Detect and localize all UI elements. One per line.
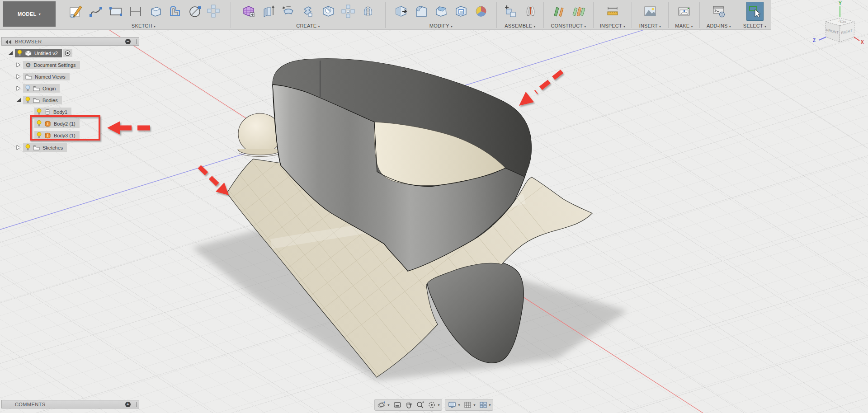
addins-menu[interactable]: ADD-INS ▾ xyxy=(700,23,738,28)
look-at-icon[interactable] xyxy=(393,401,401,409)
toolbar-group-inspect: INSPECT ▾ xyxy=(594,0,632,30)
collapse-panel-icon[interactable] xyxy=(5,40,12,44)
pan-icon[interactable] xyxy=(405,401,413,409)
chevron-down-icon[interactable]: ▼ xyxy=(488,404,491,407)
grid-snaps-icon[interactable]: ▼ xyxy=(464,401,476,409)
browser-panel-title: BROWSER xyxy=(15,39,42,44)
appearance-icon[interactable] xyxy=(472,2,490,21)
fillet-icon[interactable] xyxy=(413,2,430,21)
create-form-icon[interactable] xyxy=(240,2,257,21)
tree-item-body1[interactable]: Body1 xyxy=(34,107,71,117)
navbar-view-tools: ▼ ▼ xyxy=(374,399,442,411)
zoom-icon[interactable] xyxy=(416,401,425,409)
revolve-icon[interactable] xyxy=(280,2,297,21)
new-component-icon[interactable] xyxy=(502,2,519,21)
mirror-icon[interactable] xyxy=(359,2,377,21)
chevron-down-icon: ▾ xyxy=(39,12,41,16)
scripts-addins-icon[interactable] xyxy=(710,2,727,21)
make-menu[interactable]: MAKE ▾ xyxy=(669,23,699,28)
3d-print-icon[interactable] xyxy=(675,2,693,21)
folder-icon xyxy=(33,145,40,150)
tree-label: Bodies xyxy=(42,98,58,103)
chevron-down-icon[interactable]: ▼ xyxy=(437,404,440,407)
toolbar-group-insert: INSERT ▾ xyxy=(632,0,668,30)
expanded-icon[interactable] xyxy=(15,97,21,103)
offset-icon[interactable] xyxy=(167,2,184,21)
sweep-icon[interactable] xyxy=(300,2,317,21)
spline-icon[interactable] xyxy=(87,2,104,21)
add-comment-icon[interactable]: + xyxy=(125,402,131,407)
measure-icon[interactable] xyxy=(604,2,621,21)
select-menu[interactable]: SELECT ▾ xyxy=(738,23,771,28)
extrude-icon[interactable] xyxy=(260,2,277,21)
bulb-icon[interactable] xyxy=(17,50,22,56)
insert-menu[interactable]: INSERT ▾ xyxy=(632,23,668,28)
chamfer-icon[interactable] xyxy=(433,2,450,21)
panel-resize-handle[interactable] xyxy=(135,402,137,407)
tree-item-sketches[interactable]: Sketches xyxy=(15,143,67,152)
bulb-icon[interactable] xyxy=(37,120,42,127)
expanded-icon[interactable] xyxy=(7,50,13,56)
surface-body-icon xyxy=(44,132,51,139)
panel-resize-handle[interactable] xyxy=(135,39,137,44)
viewport-canvas[interactable]: MODEL ▾ SKETCH ▾ xyxy=(0,0,868,413)
bulb-icon[interactable] xyxy=(25,97,30,103)
midplane-icon[interactable] xyxy=(570,2,587,21)
project-icon[interactable] xyxy=(147,2,164,21)
minimize-panel-icon[interactable]: − xyxy=(125,39,131,44)
modify-menu[interactable]: MODIFY ▾ xyxy=(386,23,496,28)
rectangle-icon[interactable] xyxy=(107,2,124,21)
folder-icon xyxy=(33,98,40,103)
chevron-down-icon[interactable]: ▼ xyxy=(458,404,461,407)
rectangular-pattern-icon[interactable] xyxy=(340,2,357,21)
insert-image-icon[interactable] xyxy=(642,2,659,21)
tree-item-body2[interactable]: Body2 (1) xyxy=(34,119,80,128)
inspect-menu[interactable]: INSPECT ▾ xyxy=(594,23,632,28)
tree-item-origin[interactable]: Origin xyxy=(15,84,60,93)
tree-item-document-settings[interactable]: ⚙ Document Settings xyxy=(15,60,80,70)
hole-icon[interactable] xyxy=(320,2,337,21)
tree-item-root[interactable]: Untitled v2 xyxy=(7,48,72,58)
sketch-menu[interactable]: SKETCH ▾ xyxy=(57,23,231,28)
y-axis-label: Y xyxy=(839,1,842,6)
toolbar-group-modify: MODIFY ▾ xyxy=(386,0,496,30)
bulb-icon[interactable] xyxy=(37,132,42,139)
select-icon[interactable] xyxy=(746,2,764,21)
activate-component-radio[interactable] xyxy=(63,49,72,57)
bulb-icon[interactable] xyxy=(25,144,30,151)
model-view[interactable] xyxy=(0,0,868,413)
tree-item-bodies[interactable]: Bodies xyxy=(15,95,62,105)
shell-icon[interactable] xyxy=(453,2,470,21)
create-sketch-icon[interactable] xyxy=(67,2,85,21)
collapsed-icon[interactable] xyxy=(15,62,21,68)
bulb-icon[interactable] xyxy=(37,108,42,115)
sketch-move-icon[interactable] xyxy=(207,2,220,21)
assemble-menu[interactable]: ASSEMBLE ▾ xyxy=(497,23,543,28)
sketch-dimension-icon[interactable] xyxy=(127,2,144,21)
circle-diameter-icon[interactable] xyxy=(187,2,204,21)
chevron-down-icon[interactable]: ▼ xyxy=(473,404,476,407)
offset-plane-icon[interactable] xyxy=(550,2,567,21)
z-axis-indicator xyxy=(819,37,826,40)
chevron-down-icon[interactable]: ▼ xyxy=(387,404,390,407)
orbit-icon[interactable]: ▼ xyxy=(377,401,390,409)
fit-icon[interactable]: ▼ xyxy=(428,401,440,409)
create-menu[interactable]: CREATE ▾ xyxy=(231,23,385,28)
comments-panel-header[interactable]: COMMENTS + xyxy=(1,400,139,408)
press-pull-icon[interactable] xyxy=(393,2,410,21)
collapsed-icon[interactable] xyxy=(15,145,21,150)
bulb-icon[interactable] xyxy=(25,85,30,92)
collapsed-icon[interactable] xyxy=(15,85,21,91)
tree-item-body3[interactable]: Body3 (1) xyxy=(34,131,80,140)
viewports-icon[interactable]: ▼ xyxy=(479,401,491,409)
view-cube[interactable]: Y TOP FRONT RIGHT Z X xyxy=(805,0,868,59)
display-settings-icon[interactable]: ▼ xyxy=(448,401,461,409)
workspace-selector[interactable]: MODEL ▾ xyxy=(3,1,56,27)
construct-menu[interactable]: CONSTRUCT ▾ xyxy=(544,23,593,28)
collapsed-icon[interactable] xyxy=(15,74,21,80)
joint-icon[interactable] xyxy=(522,2,539,21)
browser-panel-header[interactable]: BROWSER − xyxy=(1,37,139,46)
component-icon xyxy=(25,50,32,56)
tree-label: Body2 (1) xyxy=(54,121,75,127)
tree-item-named-views[interactable]: Named Views xyxy=(15,72,70,81)
